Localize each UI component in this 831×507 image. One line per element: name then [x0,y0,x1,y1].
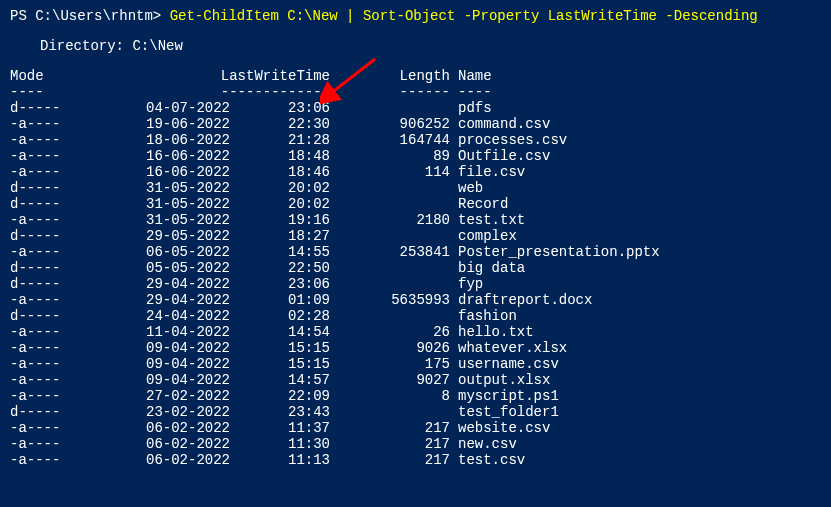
file-row: -a----06-02-202211:13217test.csv [10,452,821,468]
file-row: d-----24-04-202202:28fashion [10,308,821,324]
row-mode: -a---- [10,116,110,132]
row-mode: -a---- [10,372,110,388]
divider-lastwrite: ------------- [150,84,330,100]
row-length: 164744 [330,132,450,148]
file-row: -a----19-06-202222:30906252command.csv [10,116,821,132]
row-mode: -a---- [10,244,110,260]
row-date: 09-04-2022 [110,340,230,356]
row-name: Record [450,196,508,212]
row-time: 23:06 [230,276,330,292]
row-date: 06-02-2022 [110,420,230,436]
row-date: 31-05-2022 [110,212,230,228]
prompt-path: C:\Users\rhntm [35,8,153,24]
row-date: 27-02-2022 [110,388,230,404]
row-mode: -a---- [10,388,110,404]
directory-path: C:\New [132,38,182,54]
file-row: d-----23-02-202223:43test_folder1 [10,404,821,420]
file-row: -a----18-06-202221:28164744processes.csv [10,132,821,148]
row-time: 22:50 [230,260,330,276]
row-name: command.csv [450,116,550,132]
row-name: complex [450,228,517,244]
row-name: file.csv [450,164,525,180]
row-mode: -a---- [10,148,110,164]
row-length: 217 [330,452,450,468]
row-date: 09-04-2022 [110,372,230,388]
row-time: 11:37 [230,420,330,436]
file-row: d-----05-05-202222:50big data [10,260,821,276]
row-length: 114 [330,164,450,180]
row-date: 23-02-2022 [110,404,230,420]
row-date: 06-02-2022 [110,452,230,468]
directory-label: Directory: [40,38,132,54]
row-time: 20:02 [230,196,330,212]
row-name: fashion [450,308,517,324]
row-length: 217 [330,436,450,452]
file-row: -a----16-06-202218:4889Outfile.csv [10,148,821,164]
file-row: -a----09-04-202215:159026whatever.xlsx [10,340,821,356]
header-row: ModeLastWriteTimeLengthName [10,68,821,84]
row-name: web [450,180,483,196]
row-name: Outfile.csv [450,148,550,164]
row-time: 14:55 [230,244,330,260]
header-lastwrite: LastWriteTime [150,68,330,84]
row-name: website.csv [450,420,550,436]
row-time: 15:15 [230,356,330,372]
file-row: -a----06-02-202211:37217website.csv [10,420,821,436]
row-mode: -a---- [10,324,110,340]
prompt-line[interactable]: PS C:\Users\rhntm> Get-ChildItem C:\New … [10,8,821,24]
row-mode: d----- [10,228,110,244]
file-row: -a----11-04-202214:5426hello.txt [10,324,821,340]
file-row: -a----16-06-202218:46114file.csv [10,164,821,180]
row-name: new.csv [450,436,517,452]
file-row: -a----09-04-202214:579027output.xlsx [10,372,821,388]
row-date: 29-05-2022 [110,228,230,244]
row-mode: -a---- [10,212,110,228]
row-name: big data [450,260,525,276]
row-mode: d----- [10,308,110,324]
file-row: d-----04-07-202223:06pdfs [10,100,821,116]
row-length: 906252 [330,116,450,132]
row-name: draftreport.docx [450,292,592,308]
row-date: 11-04-2022 [110,324,230,340]
row-time: 18:27 [230,228,330,244]
row-time: 01:09 [230,292,330,308]
row-name: processes.csv [450,132,567,148]
row-date: 29-04-2022 [110,276,230,292]
row-name: test_folder1 [450,404,559,420]
row-time: 14:54 [230,324,330,340]
row-name: test.txt [450,212,525,228]
row-name: username.csv [450,356,559,372]
row-time: 11:13 [230,452,330,468]
row-mode: -a---- [10,356,110,372]
row-date: 04-07-2022 [110,100,230,116]
prompt-prefix: PS [10,8,35,24]
file-row: -a----06-02-202211:30217new.csv [10,436,821,452]
row-time: 18:46 [230,164,330,180]
row-name: test.csv [450,452,525,468]
row-name: whatever.xlsx [450,340,567,356]
row-date: 09-04-2022 [110,356,230,372]
file-row: -a----09-04-202215:15175username.csv [10,356,821,372]
row-length: 89 [330,148,450,164]
row-date: 19-06-2022 [110,116,230,132]
row-mode: -a---- [10,292,110,308]
row-mode: -a---- [10,420,110,436]
row-date: 06-05-2022 [110,244,230,260]
row-mode: -a---- [10,436,110,452]
file-row: -a----31-05-202219:162180test.txt [10,212,821,228]
directory-line: Directory: C:\New [40,38,821,54]
row-mode: d----- [10,404,110,420]
row-date: 31-05-2022 [110,196,230,212]
header-mode: Mode [10,68,150,84]
row-mode: -a---- [10,452,110,468]
header-name: Name [450,68,492,84]
row-date: 24-04-2022 [110,308,230,324]
row-date: 06-02-2022 [110,436,230,452]
divider-name: ---- [450,84,492,100]
row-mode: d----- [10,276,110,292]
divider-length: ------ [330,84,450,100]
prompt-gt: > [153,8,161,24]
divider-row: --------------------------- [10,84,821,100]
row-date: 31-05-2022 [110,180,230,196]
file-row: d-----29-04-202223:06fyp [10,276,821,292]
